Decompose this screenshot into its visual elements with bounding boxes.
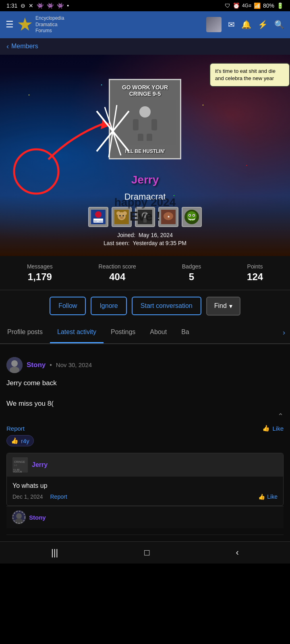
meme-card: GO WORK YOUR CRINGE 9-5 I'LL BE HUSTLIN'	[109, 79, 181, 159]
reply-author-name[interactable]: Jerry	[32, 461, 48, 469]
reaction-item: 👍 r4y	[6, 435, 34, 446]
breadcrumb: ‹ Members	[0, 38, 290, 55]
post-author-name[interactable]: Stony	[27, 361, 46, 369]
post-header: Stony • Nov 30, 2024	[6, 357, 284, 373]
messages-label: Messages	[27, 263, 53, 270]
tabs-scroll-right-icon[interactable]: ›	[278, 322, 290, 343]
find-button[interactable]: Find ▾	[206, 297, 240, 316]
join-info: Joined: May 16, 2024 Last seen: Yesterda…	[104, 232, 186, 248]
nav-back-icon[interactable]: ‹	[236, 547, 239, 558]
lightning-icon[interactable]: ⚡	[258, 20, 268, 29]
reaction-bar: 👍 r4y	[6, 432, 284, 450]
back-arrow-icon[interactable]: ‹	[6, 42, 9, 51]
collapse-icon[interactable]: ⌃	[278, 412, 284, 421]
reply-thumbs-up-icon: 👍	[258, 493, 265, 500]
post-date: Nov 30, 2024	[56, 361, 92, 368]
action-row: Follow Ignore Start conversation Find ▾	[0, 290, 290, 322]
dot-icon: •	[67, 2, 69, 9]
status-left: 1:31 ⊖ ✕ 👾 👾 👾 •	[6, 2, 69, 9]
nav-recent-apps-icon[interactable]: |||	[51, 547, 58, 558]
reply-meta: Dec 1, 2024 Report 👍 Like	[12, 493, 278, 500]
post-dot-separator: •	[50, 361, 52, 369]
tab-about[interactable]: About	[143, 322, 174, 343]
messages-value: 1,179	[27, 271, 53, 283]
lte-icon: 4G≡	[242, 3, 251, 8]
stat-points: Points 124	[247, 263, 263, 283]
banner-bottom-text: happy 2024 Eve !	[0, 196, 290, 224]
breadcrumb-label[interactable]: Members	[11, 43, 38, 50]
user-avatar[interactable]	[206, 17, 222, 32]
mail-icon[interactable]: ✉	[228, 20, 235, 29]
speech-bubble: it's time to eat shit and die and celebr…	[209, 63, 290, 87]
last-seen-date: Yesterday at 9:35 PM	[133, 240, 186, 246]
hamburger-button[interactable]: ☰	[6, 19, 14, 30]
tab-latest-activity[interactable]: Latest activity	[50, 322, 104, 343]
post-line-2: We miss you 8(	[6, 398, 284, 409]
x-social-icon: ✕	[29, 2, 33, 9]
signal-icon: 📶	[254, 2, 261, 9]
svg-rect-3	[151, 119, 157, 130]
meme-figure-icon	[129, 105, 161, 141]
discord-icon2: 👾	[47, 2, 54, 9]
status-bar: 1:31 ⊖ ✕ 👾 👾 👾 • 🛡 ⏰ 4G≡ 📶 80% 🔋	[0, 0, 290, 11]
post-body: Jerry come back We miss you 8(	[6, 378, 284, 409]
svg-point-41	[11, 360, 18, 367]
post-like-button[interactable]: 👍 Like	[262, 425, 284, 432]
search-icon[interactable]: 🔍	[274, 20, 284, 29]
alarm-icon: ⏰	[233, 2, 240, 9]
nav-icons: ✉ 🔔 ⚡ 🔍	[206, 17, 284, 32]
svg-point-49	[16, 513, 22, 519]
bell-icon[interactable]: 🔔	[241, 20, 251, 29]
follow-button[interactable]: Follow	[50, 297, 86, 315]
tab-ba[interactable]: Ba	[174, 322, 197, 343]
svg-point-0	[139, 106, 151, 118]
meme-bottom-text: I'LL BE HUSTLIN'	[125, 149, 165, 154]
post-footer: Report 👍 Like	[6, 425, 284, 432]
tab-postings[interactable]: Postings	[104, 322, 143, 343]
reply-card: CRINGE 9-5 I'LL BE HUSTLIN Jerry Yo what…	[6, 453, 284, 506]
ignore-button[interactable]: Ignore	[91, 297, 126, 315]
post-report-link[interactable]: Report	[6, 425, 25, 432]
stat-messages: Messages 1,179	[27, 263, 53, 283]
reaction-score-label: Reaction score	[99, 263, 136, 270]
find-chevron-icon: ▾	[229, 302, 232, 310]
stony-small-avatar	[12, 510, 26, 524]
status-right: 🛡 ⏰ 4G≡ 📶 80% 🔋	[225, 2, 284, 9]
activity-post: Stony • Nov 30, 2024 Jerry come back We …	[6, 351, 284, 535]
profile-banner: it's time to eat shit and die and celebr…	[0, 55, 290, 256]
stat-badges: Badges 5	[182, 263, 201, 283]
start-conversation-button[interactable]: Start conversation	[132, 297, 201, 315]
last-seen-label: Last seen:	[104, 240, 130, 246]
reply-body-area: Yo whats up Dec 1, 2024 Report 👍 Like	[7, 477, 283, 506]
nav-home-icon[interactable]: □	[144, 547, 149, 558]
profile-username: Jerry	[131, 173, 159, 186]
svg-text:9-5: 9-5	[14, 464, 17, 466]
reply-like-button[interactable]: 👍 Like	[258, 493, 278, 500]
bottom-nav: ||| □ ‹	[0, 541, 290, 564]
reaction-username[interactable]: r4y	[21, 438, 29, 444]
logo-star-icon	[18, 17, 32, 32]
tab-profile-posts[interactable]: Profile posts	[0, 322, 50, 343]
badges-value: 5	[182, 271, 201, 283]
meme-card-inner: GO WORK YOUR CRINGE 9-5 I'LL BE HUSTLIN'	[110, 80, 180, 158]
content-area: Stony • Nov 30, 2024 Jerry come back We …	[0, 344, 290, 542]
joined-date: May 16, 2024	[139, 232, 173, 238]
svg-point-42	[10, 367, 19, 373]
svg-text:CRINGE: CRINGE	[14, 460, 25, 463]
post-line-1: Jerry come back	[6, 378, 284, 388]
svg-rect-4	[138, 134, 143, 141]
logo-text: Encyclopedia Dramatica Forums	[35, 15, 64, 34]
joined-line: Joined: May 16, 2024	[104, 232, 186, 238]
jerry-reply-avatar: CRINGE 9-5 I'LL BE HUSTLIN	[12, 457, 28, 473]
shield-icon: 🛡	[225, 2, 230, 9]
reply-text: Yo whats up	[12, 482, 278, 489]
stony-follow-name[interactable]: Stony	[29, 514, 46, 521]
time-display: 1:31	[6, 2, 17, 9]
minus-circle-icon: ⊖	[21, 2, 25, 9]
stats-row: Messages 1,179 Reaction score 404 Badges…	[0, 256, 290, 290]
svg-text:HUSTLIN: HUSTLIN	[13, 471, 22, 473]
reply-report-link[interactable]: Report	[50, 493, 67, 500]
reply-date: Dec 1, 2024	[12, 493, 43, 500]
banner-eve-text: Eve !	[0, 209, 290, 224]
last-seen-line: Last seen: Yesterday at 9:35 PM	[104, 240, 186, 246]
